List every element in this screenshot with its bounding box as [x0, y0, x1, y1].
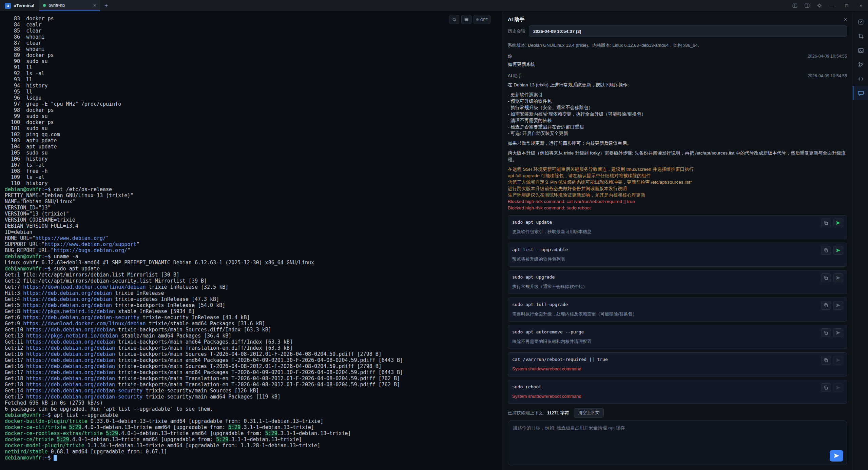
history-session-select[interactable]: 2026-04-09 10:54:37 (3) [529, 25, 847, 37]
minimize-button[interactable]: — [825, 0, 840, 11]
ai-note-1: 如果只做常规更新，运行前四步即可；内核更新后建议重启。 [508, 140, 847, 146]
command-danger-note: System shutdown/reboot command [512, 393, 809, 400]
code-icon[interactable] [853, 72, 868, 86]
copy-command-button[interactable] [821, 356, 831, 365]
terminal-line: Get:15 https://deb.debian.org/debian-sec… [5, 394, 502, 400]
terminal-line: Hit:3 https://deb.debian.org/debian trix… [5, 290, 502, 296]
terminal-tab-ovhfr-nb[interactable]: ovhfr-nb × [39, 0, 100, 11]
terminal-line: BUG_REPORT_URL="https://bugs.debian.org/… [5, 247, 502, 253]
terminal-line: Get:11 https://deb.debian.org/debian tri… [5, 339, 502, 345]
tab-close-icon[interactable]: × [93, 3, 96, 8]
copy-icon [824, 330, 828, 335]
ai-chat-icon[interactable] [853, 86, 868, 100]
terminal-line: docker-model-plugin/trixie 1.1.34-1~debi… [5, 443, 502, 449]
send-command-icon [836, 248, 841, 253]
terminal-menu-button[interactable] [461, 15, 471, 24]
terminal-line: 106 history [5, 156, 502, 162]
run-command-button[interactable] [833, 273, 843, 282]
open-window-icon[interactable] [853, 15, 868, 29]
terminal-line: 89 docker ps [5, 52, 502, 58]
terminal-line: 108 free -h [5, 168, 502, 174]
tab-label: ovhfr-nb [49, 3, 65, 8]
split-view-icon[interactable] [801, 0, 813, 11]
terminal-line: 102 ping qq.com [5, 131, 502, 138]
copy-command-button[interactable] [821, 219, 831, 227]
terminal-line: 97 grep -E "cpu MHz" /proc/cpuinfo [5, 101, 502, 107]
terminal-line: netbird/stable 0.68.1 amd64 [upgradable … [5, 449, 502, 455]
command-card-buttons [821, 246, 843, 255]
send-button[interactable] [830, 450, 843, 462]
context-character-count: 11271 字符 [547, 410, 569, 416]
ai-goal-input[interactable] [508, 421, 847, 465]
send-command-icon [836, 303, 841, 308]
copy-command-button[interactable] [821, 301, 831, 310]
terminal-search-button[interactable] [449, 15, 459, 24]
connection-status-dot [43, 4, 46, 7]
command-text: sudo apt update [512, 219, 809, 225]
copy-command-button[interactable] [821, 383, 831, 392]
terminal-line: Get:18 https://deb.debian.org/debian tri… [5, 382, 502, 388]
ai-bullet-line: - 可选: 开启自动安装安全更新 [508, 130, 847, 137]
history-session-label: 历史会话 [508, 28, 525, 34]
terminal-line: 92 ls -al [5, 70, 502, 77]
command-description: 需要时执行全面升级，处理内核及依赖变更（可能移除/替换包） [512, 311, 809, 317]
terminal-line: Get:10 https://deb.debian.org/debian tri… [5, 327, 502, 333]
theme-icon[interactable] [813, 0, 825, 11]
terminal-line: 101 sudo su [5, 125, 502, 131]
command-card: sudo apt autoremove --purge移除不再需要的旧依赖和内核… [508, 325, 847, 349]
branch-icon[interactable] [853, 58, 868, 72]
terminal-line: 84 cealr [5, 22, 502, 28]
copy-icon [824, 303, 828, 308]
run-command-button[interactable] [833, 356, 843, 365]
command-card: sudo apt update更新软件包索引，获取最新可用版本信息 [508, 215, 847, 239]
command-card-list: sudo apt update更新软件包索引，获取最新可用版本信息apt lis… [508, 215, 847, 405]
terminal-line: 104 apt update [5, 144, 502, 150]
terminal-off-toggle[interactable]: OFF [474, 15, 490, 24]
terminal-line: Get:2 file:/etc/apt/mirrors/debian-secur… [5, 278, 502, 284]
layout-panel-icon[interactable] [789, 0, 801, 11]
crop-icon[interactable] [853, 29, 868, 43]
list-menu-icon [464, 17, 469, 22]
app-brand: u uTerminal [0, 0, 39, 11]
terminal-line: 109 ls -al [5, 174, 502, 180]
copy-command-button[interactable] [821, 328, 831, 337]
image-icon[interactable] [853, 43, 868, 58]
copy-command-button[interactable] [821, 246, 831, 255]
command-danger-note: System shutdown/reboot command [512, 366, 809, 372]
terminal-line: 83 docker ps [5, 16, 502, 22]
command-text: cat /var/run/reboot-required || true [512, 356, 809, 363]
copy-command-button[interactable] [821, 273, 831, 282]
run-command-button[interactable] [833, 383, 843, 392]
terminal-line: DEBIAN_VERSION_FULL=13.4 [5, 223, 502, 229]
command-card-buttons [821, 328, 843, 337]
run-command-button[interactable] [833, 328, 843, 337]
terminal-line: 85 clear [5, 28, 502, 34]
user-message-text: 如何更新系统 [508, 61, 847, 67]
titlebar: u uTerminal ovhfr-nb × + — □ × [0, 0, 868, 12]
new-tab-button[interactable]: + [100, 0, 112, 11]
terminal-line: Get:12 https://deb.debian.org/debian tri… [5, 345, 502, 351]
history-session-row: 历史会话 2026-04-09 10:54:37 (3) [508, 25, 847, 37]
terminal-line: 91 ll [5, 64, 502, 70]
run-command-button[interactable] [833, 246, 843, 255]
close-button[interactable]: × [854, 0, 868, 11]
command-description: 预览将被升级的软件包列表 [512, 256, 809, 262]
terminal-toolbar: OFF [449, 15, 490, 24]
terminal-line: docker-ce-rootless-extras/trixie 5:29.4.… [5, 430, 502, 436]
maximize-button[interactable]: □ [840, 0, 854, 11]
command-card: sudo rebootSystem shutdown/reboot comman… [508, 380, 847, 404]
run-command-button[interactable] [833, 301, 843, 310]
ai-blocked-list: Blocked high-risk command: cat /var/run/… [508, 198, 847, 211]
terminal-line: HOME_URL="https://www.debian.org/" [5, 235, 502, 241]
terminal-area[interactable]: OFF 83 docker ps 84 cealr 85 clear 86 wh… [0, 12, 502, 470]
terminal-line: Linux ovhfr 6.12.63+deb13-amd64 #1 SMP P… [5, 260, 502, 266]
ai-panel-close-icon[interactable]: × [844, 17, 847, 23]
terminal-line: docker-ce-cli/trixie 5:29.4.0-1~debian.1… [5, 424, 502, 430]
terminal-line: 86 whoami [5, 34, 502, 40]
ai-warning-line: 含第三方源和自定义 Pin 优先级的系统可能出现依赖冲突，更新前检查 /etc/… [508, 179, 847, 185]
clear-context-button[interactable]: 清空上下文 [574, 408, 604, 418]
off-toggle-label: OFF [480, 18, 488, 22]
ai-warning-line: apt full-upgrade 可能移除包，请在确认提示中仔细核对将被移除的组… [508, 172, 847, 179]
command-description: 执行常规升级（通常不会移除软件包） [512, 283, 809, 290]
run-command-button[interactable] [833, 219, 843, 227]
